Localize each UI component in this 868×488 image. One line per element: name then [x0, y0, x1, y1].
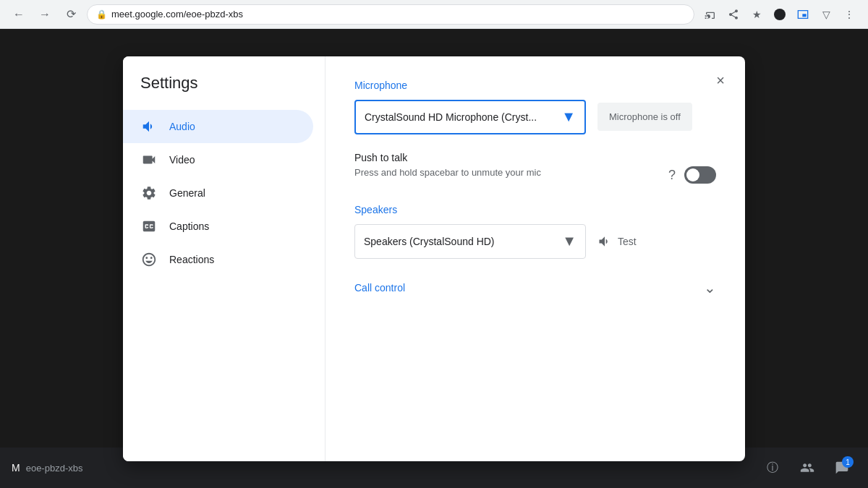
captions-label: Captions — [169, 221, 209, 232]
test-audio-button[interactable]: Test — [597, 234, 637, 249]
microphone-section-label: Microphone — [354, 80, 716, 91]
settings-title: Settings — [123, 74, 325, 110]
microphone-row: CrystalSound HD Microphone (Cryst... ▼ M… — [354, 100, 716, 134]
lock-icon: 🔒 — [96, 9, 107, 20]
toggle-switch[interactable] — [684, 166, 716, 184]
speakers-section-label: Speakers — [354, 204, 716, 215]
call-control-expand-icon: ⌄ — [704, 279, 716, 296]
sidebar-item-video[interactable]: Video — [123, 143, 313, 176]
browser-chrome: ← → ⟳ 🔒 meet.google.com/eoe-pbzd-xbs ★ ▽… — [0, 0, 868, 29]
sidebar-item-reactions[interactable]: Reactions — [123, 243, 313, 276]
sidebar-item-captions[interactable]: Captions — [123, 210, 313, 243]
captions-icon — [140, 218, 158, 234]
push-desc-row: Press and hold spacebar to unmute your m… — [354, 166, 676, 183]
call-control-section[interactable]: Call control ⌄ — [354, 276, 716, 299]
microphone-dropdown-arrow-icon: ▼ — [561, 108, 576, 125]
audio-label: Audio — [169, 121, 195, 132]
reload-button[interactable]: ⟳ — [61, 4, 81, 25]
extensions-button[interactable]: ▽ — [816, 4, 836, 25]
back-button[interactable]: ← — [9, 4, 29, 25]
push-to-talk-text: Press and hold spacebar to unmute your m… — [354, 166, 676, 183]
browser-actions: ★ ▽ ⋮ — [700, 4, 859, 25]
record-icon — [774, 9, 786, 20]
call-control-label: Call control — [354, 282, 704, 294]
modal-overlay: Settings Audio Video General — [0, 29, 868, 488]
speakers-device-text: Speakers (CrystalSound HD) — [364, 236, 562, 247]
push-to-talk-toggle[interactable] — [684, 166, 716, 184]
sidebar-item-general[interactable]: General — [123, 176, 313, 210]
settings-content: Microphone CrystalSound HD Microphone (C… — [326, 56, 745, 461]
push-to-talk-section: Push to talk Press and hold spacebar to … — [354, 152, 716, 184]
test-label: Test — [618, 236, 637, 247]
speakers-row: Speakers (CrystalSound HD) ▼ Test — [354, 224, 716, 259]
toggle-knob — [686, 168, 699, 181]
push-help-icon[interactable]: ? — [668, 168, 676, 183]
settings-dialog: Settings Audio Video General — [123, 56, 745, 461]
share-button[interactable] — [723, 4, 744, 25]
sidebar-item-audio[interactable]: Audio — [123, 110, 313, 143]
push-to-talk-row: Press and hold spacebar to unmute your m… — [354, 166, 716, 184]
reactions-icon — [140, 252, 158, 267]
settings-sidebar: Settings Audio Video General — [123, 56, 326, 461]
url-text: meet.google.com/eoe-pbzd-xbs — [111, 9, 243, 20]
microphone-device-text: CrystalSound HD Microphone (Cryst... — [365, 111, 561, 123]
reactions-label: Reactions — [169, 254, 214, 265]
speakers-dropdown[interactable]: Speakers (CrystalSound HD) ▼ — [354, 224, 586, 259]
nav-controls: ← → ⟳ — [9, 4, 81, 25]
microphone-status: Microphone is off — [597, 103, 692, 131]
cast-button[interactable] — [700, 4, 720, 25]
speaker-icon — [597, 234, 612, 249]
general-label: General — [169, 187, 205, 199]
close-button[interactable]: × — [707, 68, 733, 94]
speakers-dropdown-arrow-icon: ▼ — [562, 233, 576, 249]
video-label: Video — [169, 154, 195, 166]
menu-button[interactable]: ⋮ — [839, 4, 859, 25]
record-button[interactable] — [770, 4, 790, 25]
address-bar[interactable]: 🔒 meet.google.com/eoe-pbzd-xbs — [87, 4, 694, 25]
general-icon — [140, 185, 158, 201]
pip-button[interactable] — [793, 4, 813, 25]
audio-icon — [140, 119, 158, 134]
microphone-dropdown[interactable]: CrystalSound HD Microphone (Cryst... ▼ — [354, 100, 586, 134]
push-to-talk-label: Push to talk — [354, 152, 716, 163]
forward-button[interactable]: → — [35, 4, 55, 25]
bookmark-button[interactable]: ★ — [746, 4, 767, 25]
video-icon — [140, 152, 158, 168]
push-to-talk-desc: Press and hold spacebar to unmute your m… — [354, 166, 663, 179]
